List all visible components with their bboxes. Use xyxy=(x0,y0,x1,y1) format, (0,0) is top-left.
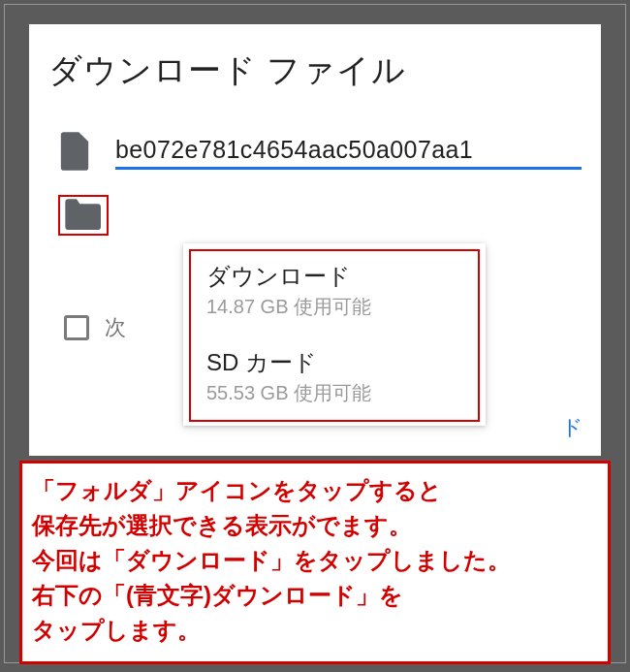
dialog-title: ダウンロード ファイル xyxy=(48,48,582,93)
option-subtitle: 55.53 GB 使用可能 xyxy=(206,380,462,406)
file-icon xyxy=(58,132,91,171)
filename-row: be072e781c4654aac50a007aa1 xyxy=(48,132,582,171)
input-underline xyxy=(115,167,582,170)
dropdown-option-download[interactable]: ダウンロード 14.87 GB 使用可能 xyxy=(206,261,462,320)
annotation-line: 保存先が選択できる表示がでます。 xyxy=(32,508,598,543)
dropdown-option-sdcard[interactable]: SD カード 55.53 GB 使用可能 xyxy=(206,347,462,406)
remember-label-partial: 次 xyxy=(105,313,126,342)
remember-checkbox[interactable] xyxy=(64,315,89,340)
destination-dropdown: ダウンロード 14.87 GB 使用可能 SD カード 55.53 GB 使用可… xyxy=(183,243,486,426)
instruction-annotation: 「フォルダ」アイコンをタップすると 保存先が選択できる表示がでます。 今回は「ダ… xyxy=(19,461,611,664)
filename-text: be072e781c4654aac50a007aa1 xyxy=(115,136,582,164)
folder-icon[interactable] xyxy=(62,199,101,232)
option-title: SD カード xyxy=(206,347,462,378)
download-file-dialog: ダウンロード ファイル be072e781c4654aac50a007aa1 xyxy=(29,24,601,456)
filename-input[interactable]: be072e781c4654aac50a007aa1 xyxy=(115,136,582,168)
download-link-partial[interactable]: ド xyxy=(561,413,583,442)
destination-row xyxy=(48,195,582,236)
annotation-line: 「フォルダ」アイコンをタップすると xyxy=(32,473,598,508)
folder-icon-highlight xyxy=(58,195,109,236)
annotation-line: 今回は「ダウンロード」をタップしました。 xyxy=(32,543,598,578)
screenshot-frame: ダウンロード ファイル be072e781c4654aac50a007aa1 xyxy=(4,4,626,663)
annotation-line: タップします。 xyxy=(32,613,598,648)
option-subtitle: 14.87 GB 使用可能 xyxy=(206,294,462,320)
annotation-line: 右下の「(青文字)ダウンロード」を xyxy=(32,578,598,613)
dropdown-highlight: ダウンロード 14.87 GB 使用可能 SD カード 55.53 GB 使用可… xyxy=(189,249,480,422)
option-title: ダウンロード xyxy=(206,261,462,292)
